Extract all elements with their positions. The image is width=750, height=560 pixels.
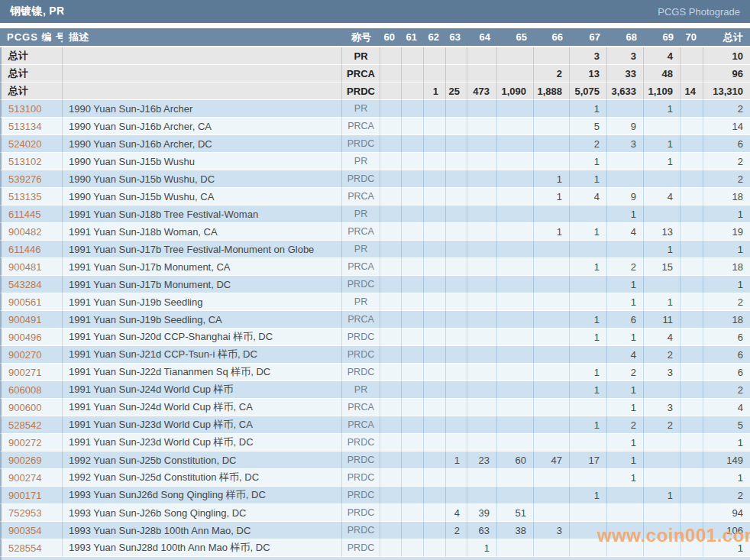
grade-69-count — [644, 170, 680, 188]
grade-70-count — [680, 258, 703, 276]
table-row: 9006001991 Yuan Sun-J24d World Cup 样币, C… — [0, 399, 750, 416]
grade-60-count — [380, 416, 402, 434]
totals-label: 总计 — [0, 47, 63, 65]
grade-62-count — [424, 241, 446, 258]
designation-badge: PR — [342, 153, 380, 170]
pcgs-number-link[interactable]: 900481 — [0, 258, 63, 276]
designation-badge: PRCA — [342, 223, 380, 241]
grade-69-count: 48 — [644, 65, 680, 83]
column-header-grade-64: 64 — [467, 28, 497, 47]
grade-69-count — [644, 206, 680, 223]
grade-70-count — [680, 118, 703, 135]
grade-65-count — [497, 346, 534, 364]
grade-61-count — [402, 364, 424, 381]
coin-description: 1991 Yuan Sun-J23d World Cup 样币, DC — [63, 434, 342, 452]
grade-64-count: 63 — [467, 522, 497, 539]
column-header-grade-66: 66 — [534, 28, 570, 47]
pcgs-number-link[interactable]: 528542 — [0, 416, 63, 434]
pcgs-number-link[interactable]: 539276 — [0, 170, 63, 188]
grade-64-count — [467, 223, 497, 241]
grade-67-count — [570, 346, 607, 364]
pcgs-number-link[interactable]: 513102 — [0, 153, 63, 170]
pcgs-number-link[interactable]: 900272 — [0, 434, 63, 452]
grade-60-count — [380, 522, 402, 539]
row-total: 2 — [703, 381, 750, 399]
grade-62-count — [424, 47, 446, 65]
row-total: 10 — [703, 47, 750, 65]
grade-67-count: 1 — [570, 416, 607, 434]
pcgs-number-link[interactable]: 513134 — [0, 118, 63, 135]
row-total: 106 — [703, 522, 750, 539]
designation-badge: PR — [342, 293, 380, 311]
grade-62-count — [424, 329, 446, 346]
designation-badge: PR — [342, 241, 380, 258]
coin-description: 1993 Yuan Sun-J28b 100th Ann Mao, DC — [63, 522, 342, 539]
grade-69-count — [644, 276, 680, 293]
grade-63-count — [446, 381, 467, 399]
table-row: 5131351990 Yuan Sun-J15b Wushu, CAPRCA14… — [0, 188, 750, 206]
coin-description: 1991 Yuan Sun-J20d CCP-Shanghai 样币, DC — [63, 329, 342, 346]
coin-description: 1991 Yuan Sun-J22d Tiananmen Sq 样币, DC — [63, 364, 342, 381]
coin-description: 1991 Yuan Sun-J24d World Cup 样币, CA — [63, 399, 342, 416]
pcgs-number-link[interactable]: 900354 — [0, 522, 63, 539]
pcgs-number-link[interactable]: 900561 — [0, 293, 63, 311]
pcgs-number-link[interactable]: 513100 — [0, 100, 63, 118]
pcgs-number-link[interactable]: 900274 — [0, 469, 63, 487]
grade-65-count — [497, 100, 534, 118]
grade-62-count — [424, 223, 446, 241]
designation-badge: PRCA — [342, 118, 380, 135]
pcgs-number-link[interactable]: 900496 — [0, 329, 63, 346]
designation-badge: PRDC — [342, 539, 380, 557]
grade-68-count: 6 — [607, 311, 644, 329]
column-header-row: PCGS 编 号描述称号6061626364656667686970总计 — [0, 28, 750, 47]
grade-68-count: 1 — [607, 469, 644, 487]
grade-68-count: 3 — [607, 47, 644, 65]
grade-69-count: 2 — [644, 346, 680, 364]
row-total: 2 — [703, 170, 750, 188]
pcgs-number-link[interactable]: 513135 — [0, 188, 63, 206]
pcgs-number-link[interactable]: 611445 — [0, 206, 63, 223]
column-header-grade-67: 67 — [570, 28, 607, 47]
row-total: 18 — [703, 258, 750, 276]
grade-64-count — [467, 47, 497, 65]
grade-68-count: 2 — [607, 364, 644, 381]
grade-67-count — [570, 276, 607, 293]
pcgs-number-link[interactable]: 528554 — [0, 539, 63, 557]
pcgs-number-link[interactable]: 900270 — [0, 346, 63, 364]
grade-70-count — [680, 100, 703, 118]
designation-badge: PRDC — [342, 276, 380, 293]
grade-62-count — [424, 434, 446, 452]
pcgs-number-link[interactable]: 543284 — [0, 276, 63, 293]
pcgs-number-link[interactable]: 900482 — [0, 223, 63, 241]
grade-67-count: 13 — [570, 65, 607, 83]
grade-61-count — [402, 241, 424, 258]
grade-70-count — [680, 469, 703, 487]
pcgs-number-link[interactable]: 900600 — [0, 399, 63, 416]
pcgs-number-link[interactable]: 900171 — [0, 487, 63, 504]
table-row: 5392761990 Yuan Sun-J15b Wushu, DCPRDC11… — [0, 170, 750, 188]
coin-description: 1993 Yuan SunJ26d Song Qingling 样币, DC — [63, 487, 342, 504]
grade-60-count — [380, 434, 402, 452]
column-header-grade-63: 63 — [446, 28, 467, 47]
pcgs-number-link[interactable]: 606008 — [0, 381, 63, 399]
grade-67-count: 1 — [570, 153, 607, 170]
pcgs-number-link[interactable]: 524020 — [0, 135, 63, 153]
grade-66-count — [534, 329, 570, 346]
pcgs-number-link[interactable]: 900269 — [0, 452, 63, 469]
coin-description: 1990 Yuan Sun-J15b Wushu — [63, 153, 342, 170]
pcgs-number-link[interactable]: 611446 — [0, 241, 63, 258]
pcgs-number-link[interactable]: 752953 — [0, 504, 63, 522]
grade-69-count: 3 — [644, 399, 680, 416]
pcgs-number-link[interactable]: 900491 — [0, 311, 63, 329]
grade-61-count — [402, 65, 424, 83]
coin-description: 1990 Yuan Sun-J16b Archer, DC — [63, 135, 342, 153]
designation-badge: PR — [342, 206, 380, 223]
grade-62-count — [424, 381, 446, 399]
grade-65-count — [497, 293, 534, 311]
column-header-grade-68: 68 — [607, 28, 644, 47]
pcgs-number-link[interactable]: 900271 — [0, 364, 63, 381]
grade-63-count: 4 — [446, 504, 467, 522]
grade-65-count — [497, 364, 534, 381]
grade-64-count: 23 — [467, 452, 497, 469]
grade-62-count — [424, 399, 446, 416]
